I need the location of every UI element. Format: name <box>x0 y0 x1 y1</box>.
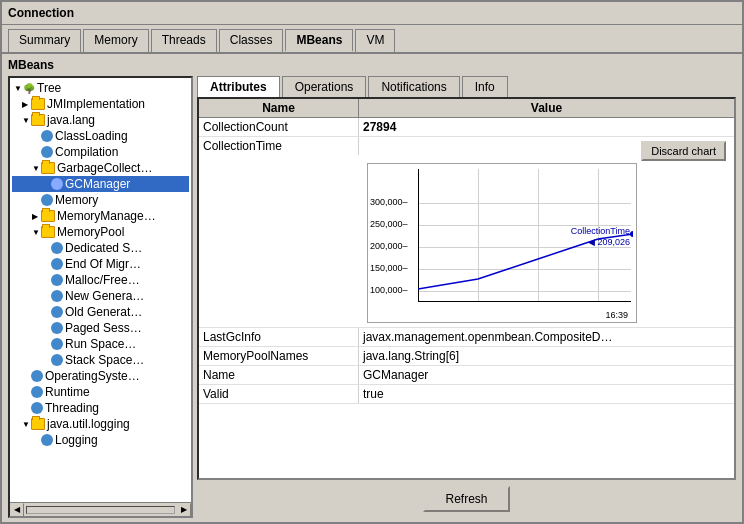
right-panel: Attributes Operations Notifications Info… <box>197 76 736 518</box>
folder-icon <box>31 114 45 126</box>
folder-icon <box>41 226 55 238</box>
tree-label-malloc: Malloc/Free… <box>65 273 140 287</box>
bean-icon <box>51 258 63 270</box>
bottom-bar: Refresh <box>197 480 736 518</box>
tree-item-javalang[interactable]: ▼ java.lang <box>12 112 189 128</box>
bean-icon <box>31 386 43 398</box>
bean-icon <box>41 130 53 142</box>
tree-panel[interactable]: ▼ 🌳 Tree ▶ JMImplementation ▼ <box>8 76 193 518</box>
expand-icon: ▶ <box>32 212 40 221</box>
expand-icon: ▶ <box>22 100 30 109</box>
attr-value-valid: true <box>359 385 734 403</box>
attr-name-collectioncount: CollectionCount <box>199 118 359 136</box>
tree-label-logging-pkg: java.util.logging <box>47 417 130 431</box>
scroll-right-btn[interactable]: ▶ <box>177 503 191 517</box>
table-row-name[interactable]: Name GCManager <box>199 366 734 385</box>
tree-item-oldgen[interactable]: ▶ Old Generat… <box>12 304 189 320</box>
tab-summary[interactable]: Summary <box>8 29 81 52</box>
attr-value-collectioncount: 27894 <box>359 118 734 136</box>
tab-attributes[interactable]: Attributes <box>197 76 280 97</box>
tree-hscrollbar[interactable]: ◀ ▶ <box>10 502 191 516</box>
tree-item-gcmanager[interactable]: ▶ GCManager <box>12 176 189 192</box>
tree-item-logging-pkg[interactable]: ▼ java.util.logging <box>12 416 189 432</box>
tree-item-memmanage[interactable]: ▶ MemoryManage… <box>12 208 189 224</box>
tree-root[interactable]: ▼ 🌳 Tree <box>12 80 189 96</box>
tree-label-runtime: Runtime <box>45 385 90 399</box>
folder-icon <box>41 162 55 174</box>
table-row-mempoolnames[interactable]: MemoryPoolNames java.lang.String[6] <box>199 347 734 366</box>
tree-item-malloc[interactable]: ▶ Malloc/Free… <box>12 272 189 288</box>
section-title: MBeans <box>8 58 736 72</box>
y-label-150: 150,000– <box>370 263 408 273</box>
y-label-250: 250,000– <box>370 219 408 229</box>
tree-item-threading[interactable]: ▶ Threading <box>12 400 189 416</box>
attr-name-valid: Valid <box>199 385 359 403</box>
tree-item-runtime[interactable]: ▶ Runtime <box>12 384 189 400</box>
table-row-lastgcinfo[interactable]: LastGcInfo javax.management.openmbean.Co… <box>199 328 734 347</box>
tree-label-jmimpl: JMImplementation <box>47 97 145 111</box>
tree-item-runspace[interactable]: ▶ Run Space… <box>12 336 189 352</box>
tab-threads[interactable]: Threads <box>151 29 217 52</box>
attr-value-name: GCManager <box>359 366 734 384</box>
header-value: Value <box>359 99 734 117</box>
table-row-valid[interactable]: Valid true <box>199 385 734 404</box>
bean-icon <box>51 242 63 254</box>
tree-label-threading: Threading <box>45 401 99 415</box>
tree-label-dedicated: Dedicated S… <box>65 241 142 255</box>
x-label-time: 16:39 <box>605 310 628 320</box>
tree-label-memory: Memory <box>55 193 98 207</box>
bean-icon <box>51 274 63 286</box>
tree-root-label: Tree <box>37 81 61 95</box>
tree-item-classloading[interactable]: ▶ ClassLoading <box>12 128 189 144</box>
tree-label-classloading: ClassLoading <box>55 129 128 143</box>
tree-item-memory[interactable]: ▶ Memory <box>12 192 189 208</box>
bean-icon <box>51 354 63 366</box>
bean-icon <box>51 322 63 334</box>
tree-label-os: OperatingSyste… <box>45 369 140 383</box>
tree-item-gc[interactable]: ▼ GarbageCollect… <box>12 160 189 176</box>
tab-notifications[interactable]: Notifications <box>368 76 459 97</box>
svg-point-0 <box>630 231 633 237</box>
attr-value-lastgcinfo: javax.management.openmbean.CompositeD… <box>359 328 734 346</box>
tree-item-jmimpl[interactable]: ▶ JMImplementation <box>12 96 189 112</box>
tab-vm[interactable]: VM <box>355 29 395 52</box>
table-row-collectiontime[interactable]: CollectionTime Discard chart <box>199 137 734 328</box>
tree-label-logging: Logging <box>55 433 98 447</box>
tree-label-compilation: Compilation <box>55 145 118 159</box>
scroll-left-btn[interactable]: ◀ <box>10 503 24 517</box>
bean-icon <box>51 178 63 190</box>
folder-icon <box>31 418 45 430</box>
tree-item-dedicated[interactable]: ▶ Dedicated S… <box>12 240 189 256</box>
tree-item-mempool[interactable]: ▼ MemoryPool <box>12 224 189 240</box>
refresh-button[interactable]: Refresh <box>423 486 509 512</box>
bean-icon <box>41 194 53 206</box>
folder-icon <box>41 210 55 222</box>
tree-item-endmigr[interactable]: ▶ End Of Migr… <box>12 256 189 272</box>
tree-label-oldgen: Old Generat… <box>65 305 142 319</box>
attributes-table: Name Value CollectionCount 27894 Collect… <box>197 97 736 480</box>
attr-name-name: Name <box>199 366 359 384</box>
tree-item-stackspace[interactable]: ▶ Stack Space… <box>12 352 189 368</box>
expand-icon: ▼ <box>22 116 30 125</box>
tab-info[interactable]: Info <box>462 76 508 97</box>
table-row[interactable]: CollectionCount 27894 <box>199 118 734 137</box>
tab-memory[interactable]: Memory <box>83 29 148 52</box>
attr-table-header: Name Value <box>199 99 734 118</box>
y-label-300: 300,000– <box>370 197 408 207</box>
scroll-thumb[interactable] <box>26 506 175 514</box>
tree-item-pagedsess[interactable]: ▶ Paged Sess… <box>12 320 189 336</box>
tab-mbeans[interactable]: MBeans <box>285 29 353 52</box>
y-label-100: 100,000– <box>370 285 408 295</box>
tree-item-compilation[interactable]: ▶ Compilation <box>12 144 189 160</box>
chart-collection-time-label: CollectionTime <box>571 226 630 236</box>
tab-operations[interactable]: Operations <box>282 76 367 97</box>
attr-name-lastgcinfo: LastGcInfo <box>199 328 359 346</box>
expand-icon: ▼ <box>22 420 30 429</box>
tree-label-newgen: New Genera… <box>65 289 144 303</box>
tab-classes[interactable]: Classes <box>219 29 284 52</box>
tree-item-os[interactable]: ▶ OperatingSyste… <box>12 368 189 384</box>
tree-item-newgen[interactable]: ▶ New Genera… <box>12 288 189 304</box>
tree-item-logging[interactable]: ▶ Logging <box>12 432 189 448</box>
discard-chart-button[interactable]: Discard chart <box>641 141 726 161</box>
header-name: Name <box>199 99 359 117</box>
